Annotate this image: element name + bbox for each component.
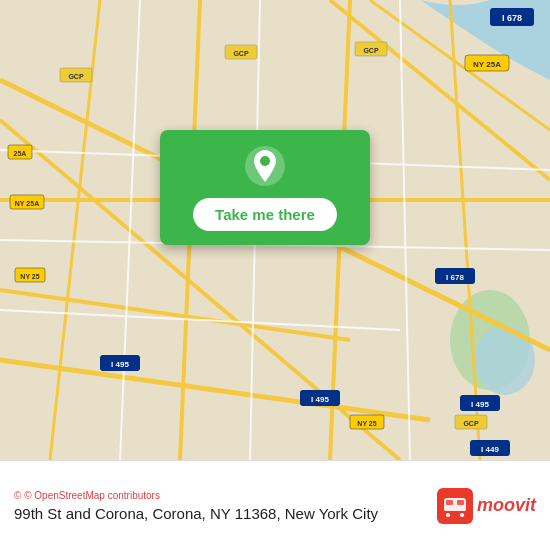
svg-rect-55 [457,500,464,505]
osm-attribution: © © OpenStreetMap contributors [14,490,378,501]
svg-text:I 678: I 678 [446,273,464,282]
take-me-there-button[interactable]: Take me there [193,198,337,231]
svg-point-59 [446,513,450,517]
svg-text:I 495: I 495 [311,395,329,404]
moovit-text: moovit [477,495,536,516]
app-container: I 678 NY 25A GCP GCP GCP NY 25A NY 25 I … [0,0,550,550]
moovit-logo[interactable]: moovit [437,488,536,524]
moovit-logo-icon [437,488,473,524]
svg-text:NY 25: NY 25 [20,273,39,280]
location-name: 99th St and Corona, Corona, NY 11368, Ne… [14,505,378,522]
svg-text:I 678: I 678 [502,13,522,23]
svg-rect-54 [446,500,453,505]
info-left: © © OpenStreetMap contributors 99th St a… [14,490,378,522]
svg-text:I 449: I 449 [481,445,499,454]
svg-text:GCP: GCP [363,47,379,54]
svg-text:GCP: GCP [463,420,479,427]
svg-text:NY 25A: NY 25A [15,200,39,207]
svg-text:GCP: GCP [68,73,84,80]
svg-text:GCP: GCP [233,50,249,57]
svg-text:I 495: I 495 [111,360,129,369]
svg-text:I 495: I 495 [471,400,489,409]
osm-text: © OpenStreetMap contributors [24,490,160,501]
map-area: I 678 NY 25A GCP GCP GCP NY 25A NY 25 I … [0,0,550,460]
svg-point-60 [460,513,464,517]
svg-point-51 [260,156,270,166]
location-pin-icon [243,144,287,188]
location-card: Take me there [160,130,370,245]
svg-text:NY 25: NY 25 [357,420,376,427]
svg-text:NY 25A: NY 25A [473,60,501,69]
osm-copyright-symbol: © [14,490,21,501]
svg-text:25A: 25A [14,150,27,157]
info-bar: © © OpenStreetMap contributors 99th St a… [0,460,550,550]
